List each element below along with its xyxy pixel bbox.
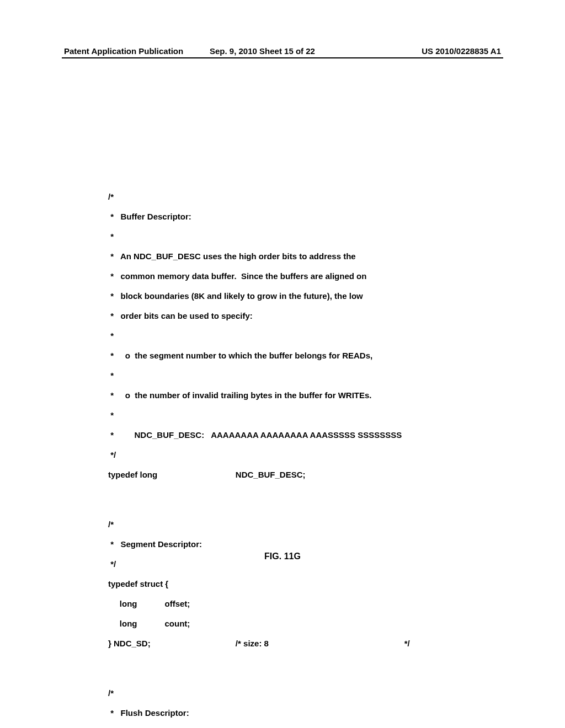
- code-line: * NDC_BUF_DESC: AAAAAAAA AAAAAAAA AAASSS…: [108, 430, 477, 440]
- code-content: /* * Buffer Descriptor: * * An NDC_BUF_D…: [108, 182, 477, 728]
- page-header: Patent Application Publication Sep. 9, 2…: [0, 46, 565, 56]
- figure-label: FIG. 11G: [0, 552, 565, 561]
- code-line: *: [108, 331, 477, 341]
- code-line: } NDC_SD; /* size: 8 */: [108, 639, 477, 649]
- header-divider: [62, 57, 503, 58]
- code-line: * o the segment number to which the buff…: [108, 351, 477, 361]
- code-line: * An NDC_BUF_DESC uses the high order bi…: [108, 251, 477, 261]
- code-line: typedef struct {: [108, 579, 477, 589]
- header-patent-number: US 2010/0228835 A1: [355, 46, 501, 56]
- code-line: * common memory data buffer. Since the b…: [108, 271, 477, 281]
- code-line: *: [108, 371, 477, 381]
- header-date-sheet: Sep. 9, 2010 Sheet 15 of 22: [210, 46, 355, 56]
- flush-descriptor-block: /* * Flush Descriptor: */ typedef struct…: [108, 678, 477, 728]
- code-line: * block boundaries (8K and likely to gro…: [108, 291, 477, 301]
- code-line: * o the number of invalid trailing bytes…: [108, 390, 477, 400]
- code-line: * Flush Descriptor:: [108, 708, 477, 718]
- code-line: /*: [108, 192, 477, 202]
- code-line: *: [108, 232, 477, 242]
- buffer-descriptor-block: /* * Buffer Descriptor: * * An NDC_BUF_D…: [108, 182, 477, 490]
- code-line: *: [108, 410, 477, 420]
- code-line: long count;: [108, 619, 477, 629]
- code-line: /*: [108, 688, 477, 698]
- segment-descriptor-block: /* * Segment Descriptor: */ typedef stru…: [108, 510, 477, 659]
- code-line: * Buffer Descriptor:: [108, 212, 477, 222]
- code-line: * Segment Descriptor:: [108, 539, 477, 549]
- code-line: * order bits can be used to specify:: [108, 311, 477, 321]
- code-line: /*: [108, 520, 477, 529]
- code-line: long offset;: [108, 599, 477, 609]
- code-line: typedef long NDC_BUF_DESC;: [108, 470, 477, 480]
- header-publication-label: Patent Application Publication: [64, 46, 210, 56]
- code-line: */: [108, 450, 477, 460]
